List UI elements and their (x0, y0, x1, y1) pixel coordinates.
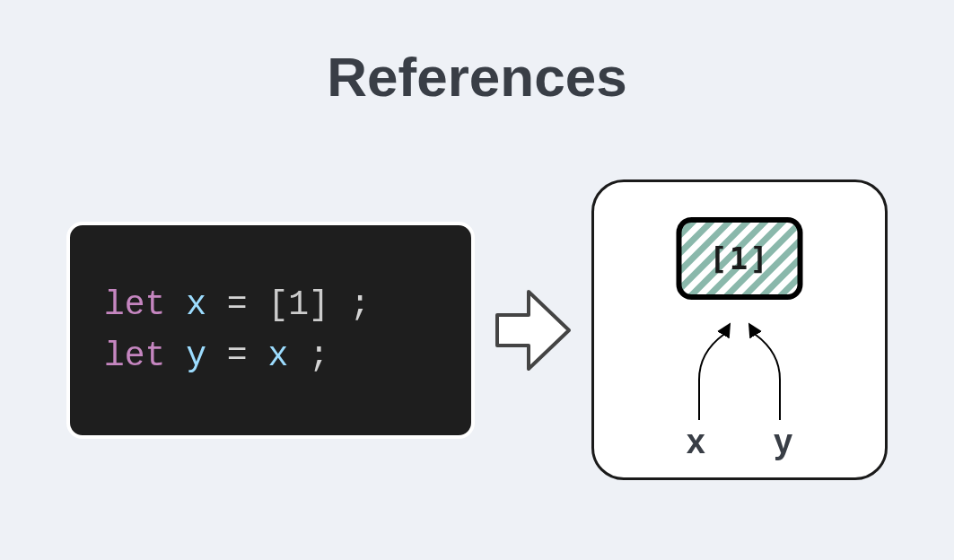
arrow-right-icon (493, 281, 573, 380)
heap-value-label: [1] (709, 241, 769, 276)
flow-arrow (493, 281, 573, 380)
semicolon: ; (309, 337, 329, 375)
identifier-x-rhs: x (267, 337, 288, 375)
code-line-1: let x = [1] ; (104, 279, 437, 330)
slide-content: let x = [1] ; let y = x ; (54, 179, 900, 480)
keyword-let: let (104, 285, 165, 324)
code-line-2: let y = x ; (104, 330, 437, 381)
pointer-arrows (650, 308, 829, 424)
heap-object: [1] (670, 209, 810, 308)
equals-operator: = (227, 337, 248, 375)
equals-operator: = (227, 285, 248, 324)
memory-diagram: [1] x y (591, 179, 888, 480)
slide-title: References (0, 45, 954, 109)
code-block: let x = [1] ; let y = x ; (66, 222, 475, 439)
keyword-let: let (104, 337, 165, 375)
identifier-y: y (186, 337, 206, 375)
pointer-label-x: x (687, 423, 705, 461)
pointer-label-y: y (774, 423, 792, 461)
identifier-x: x (186, 285, 206, 324)
array-literal: [1] (267, 285, 328, 324)
pointer-labels: x y (594, 423, 885, 461)
semicolon: ; (350, 285, 371, 324)
